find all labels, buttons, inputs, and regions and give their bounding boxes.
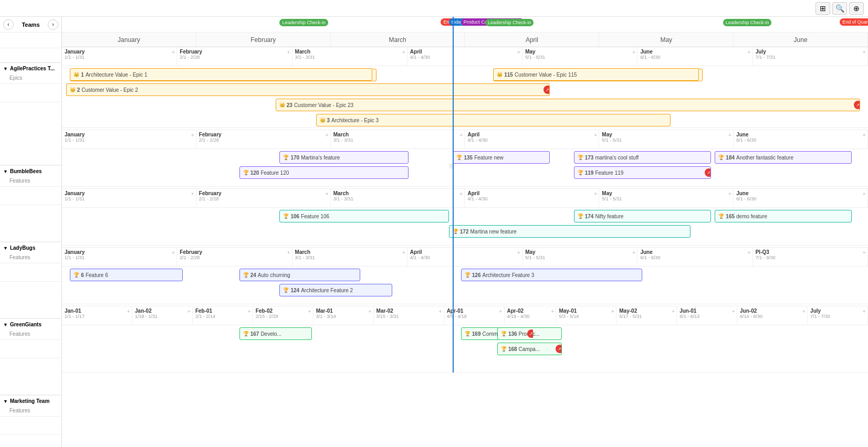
add-btn[interactable]: + <box>632 249 635 256</box>
add-btn[interactable]: + <box>594 132 597 138</box>
add-btn[interactable]: + <box>594 190 597 197</box>
sidebar-group-title-ladybugs[interactable]: ▼ LadyBugs <box>0 242 61 253</box>
add-btn[interactable]: + <box>863 190 866 197</box>
feature-126-bar[interactable]: 🏆 126 Architecture Feature 3 <box>461 269 642 281</box>
add-btn[interactable]: + <box>863 49 866 55</box>
top-bar: ⊞ 🔍 ⊕ <box>0 0 868 17</box>
crown-icon: 👑 <box>70 87 76 92</box>
app-container: ⊞ 🔍 ⊕ ‹ Teams › ▼ AgilePractices T... Ep… <box>0 0 868 447</box>
add-btn[interactable]: + <box>517 49 520 55</box>
add-btn[interactable]: + <box>728 132 731 138</box>
period-col: June 6/1 - 6/30 + <box>637 47 752 66</box>
zoom-out-btn[interactable]: 🔍 <box>832 2 847 15</box>
link-icon-169[interactable]: ↗ <box>527 329 534 338</box>
add-btn[interactable]: + <box>863 249 866 256</box>
add-btn[interactable]: + <box>402 49 405 55</box>
epic-23-bar[interactable]: 👑 23 Customer Value - Epic 23 ↗ <box>276 99 860 111</box>
crown-icon: 👑 <box>74 72 79 77</box>
add-btn[interactable]: + <box>287 49 290 55</box>
epic-3-bar[interactable]: 👑 3 Architecture - Epic 3 <box>316 114 671 126</box>
period-col-feb: February 2/1 - 2/28 + <box>196 130 331 148</box>
add-btn[interactable]: + <box>325 190 328 197</box>
timeline-container: ‹ Teams › ▼ AgilePractices T... Epics <box>0 17 868 447</box>
add-btn[interactable]: + <box>127 308 130 314</box>
view-toggle-btn[interactable]: ⊞ <box>815 2 830 15</box>
sidebar-group-title-mt[interactable]: ▼ Marketing Team <box>0 396 61 407</box>
sidebar-group-sub-bb: Features <box>0 177 61 186</box>
add-btn[interactable]: + <box>728 190 731 197</box>
add-btn[interactable]: + <box>802 308 806 314</box>
sidebar-group-title-gg[interactable]: ▼ GreenGiants <box>0 319 61 330</box>
feature-icon: 🏆 <box>283 155 289 160</box>
feature-165-bar[interactable]: 🏆 165 demo feature <box>715 210 852 222</box>
feature-24-bar[interactable]: 🏆 24 Auto churning <box>239 269 360 281</box>
feature-168-bar[interactable]: 🏆 168 Campa... ↗ <box>497 343 562 355</box>
add-btn[interactable]: + <box>863 132 866 138</box>
add-btn[interactable]: + <box>732 308 735 314</box>
epic-115-bar[interactable]: 👑 115 Customer Value - Epic 115 <box>493 68 698 81</box>
period-col: February 2/1 - 2/28 + <box>177 248 292 266</box>
add-btn[interactable]: + <box>459 132 463 138</box>
feature-120-bar[interactable]: 🏆 120 Feature 120 <box>239 166 409 179</box>
link-icon-119[interactable]: ↗ <box>705 168 711 177</box>
feature-106-bar[interactable]: 🏆 106 Feature 106 <box>279 210 448 222</box>
add-btn[interactable]: + <box>459 190 463 197</box>
sidebar-group-sub-lb: Features <box>0 253 61 263</box>
chevron-icon-gg: ▼ <box>3 322 8 327</box>
add-btn[interactable]: + <box>747 249 750 256</box>
add-btn[interactable]: + <box>611 308 614 314</box>
add-btn[interactable]: + <box>499 308 502 314</box>
add-btn[interactable]: + <box>325 132 328 138</box>
feature-124-bar[interactable]: 🏆 124 Architecture Feature 2 <box>279 284 392 296</box>
add-btn[interactable]: + <box>287 249 290 256</box>
add-btn[interactable]: + <box>247 308 250 314</box>
feature-184-bar[interactable]: 🏆 184 Another fantastic feature <box>715 151 852 164</box>
add-btn[interactable]: + <box>863 308 866 314</box>
add-btn[interactable]: + <box>308 308 311 314</box>
feature-6-bar[interactable]: 🏆 6 Feature 6 <box>70 269 183 281</box>
sidebar-group-ladybugs: ▼ LadyBugs Features <box>0 242 61 319</box>
nav-prev-btn[interactable]: ‹ <box>3 19 14 30</box>
feature-icon: 🏆 <box>243 331 249 336</box>
period-col: January 1/1 - 1/31 + <box>62 248 177 266</box>
cursor-indicator <box>449 164 454 169</box>
feature-170-bar[interactable]: 🏆 170 Martina's feature <box>279 151 409 164</box>
link-icon-168[interactable]: ↗ <box>556 345 562 353</box>
period-col: February 2/1 - 2/28 + <box>177 47 292 66</box>
feature-173-bar[interactable]: 🏆 173 martina's cool stuff <box>574 151 711 164</box>
add-btn[interactable]: + <box>747 49 750 55</box>
feature-119-bar[interactable]: 🏆 119 Feature 119 ↗ <box>574 166 711 179</box>
milestone-end-of-quarter-2[interactable]: End of Quarter <box>840 18 868 26</box>
zoom-in-btn[interactable]: ⊕ <box>849 2 864 15</box>
feature-172-bar[interactable]: 🏆 172 Martina new feature <box>449 225 691 238</box>
add-btn[interactable]: + <box>187 308 191 314</box>
bb-bars-layer: 🏆 170 Martina's feature 🏆 120 Feature 12… <box>62 149 868 186</box>
link-icon[interactable]: ↗ <box>543 86 550 94</box>
add-btn[interactable]: + <box>551 308 554 314</box>
add-btn[interactable]: + <box>172 249 175 256</box>
epic-1-bar[interactable]: 👑 1 Architecture Value - Epic 1 <box>70 68 372 81</box>
milestone-leadership-checkin-1[interactable]: Leadership Check-in <box>279 19 328 26</box>
add-btn[interactable]: + <box>632 49 635 55</box>
period-col-jun01: Jun-01 6/1 - 6/13 + <box>677 306 737 325</box>
add-btn[interactable]: + <box>517 249 520 256</box>
add-btn[interactable]: + <box>402 249 405 256</box>
gg-bars-layer: 🏆 6 Feature 6 🏆 24 Auto churning 🏆 124 <box>62 267 868 304</box>
sidebar-group-title-agilepractices[interactable]: ▼ AgilePractices T... <box>0 63 61 74</box>
add-btn[interactable]: + <box>438 308 442 314</box>
add-btn[interactable]: + <box>172 49 175 55</box>
link-icon-23[interactable]: ↗ <box>854 101 860 109</box>
add-btn[interactable]: + <box>672 308 675 314</box>
add-btn[interactable]: + <box>191 190 194 197</box>
feature-167-bar[interactable]: 🏆 167 Develo... <box>239 327 312 340</box>
add-btn[interactable]: + <box>368 308 371 314</box>
milestone-leadership-checkin-3[interactable]: Leadership Check-in <box>723 19 772 26</box>
period-col-may01: May-01 5/3 - 5/16 + <box>556 306 616 325</box>
feature-174-bar[interactable]: 🏆 174 Nifty feature <box>574 210 711 222</box>
epic-2-bar[interactable]: 👑 2 Customer Value - Epic 2 ↗ <box>66 83 550 96</box>
feature-135-bar[interactable]: 🏆 135 Feature new <box>453 151 549 164</box>
sidebar-group-title-bumblebees[interactable]: ▼ BumbleBees <box>0 166 61 177</box>
nav-next-btn[interactable]: › <box>48 19 58 30</box>
milestone-leadership-checkin-2[interactable]: Leadership Check-in <box>485 19 534 26</box>
add-btn[interactable]: + <box>191 132 194 138</box>
